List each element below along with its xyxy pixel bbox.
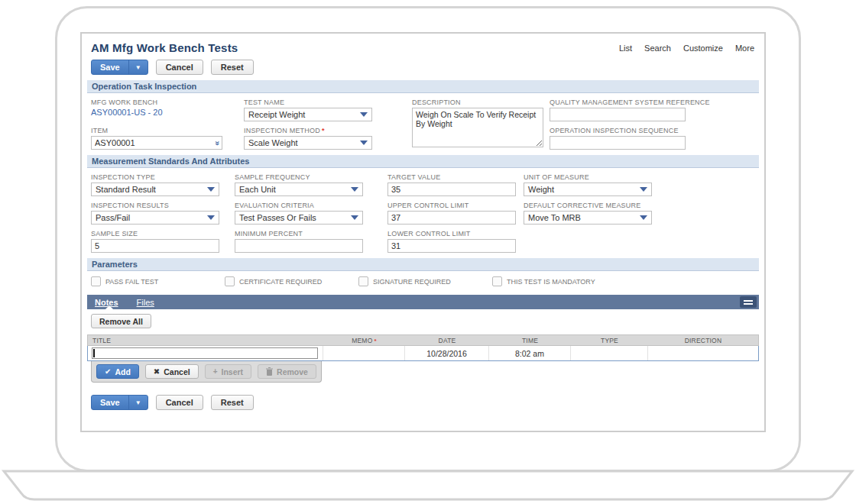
evaluation-criteria-value: Test Passes Or Fails [239, 213, 316, 222]
evaluation-criteria-select[interactable]: Test Passes Or Fails [235, 211, 363, 225]
inspection-type-value: Standard Result [96, 185, 156, 194]
sample-frequency-select[interactable]: Each Unit [235, 183, 363, 196]
field-qms-reference: QUALITY MANAGEMENT SYSTEM REFERENCE [550, 93, 759, 121]
laptop-mockup: AM Mfg Work Bench Tests List Search Cust… [0, 0, 856, 504]
checkbox-icon[interactable] [358, 276, 368, 286]
field-inspection-results: INSPECTION RESULTS Pass/Fail [91, 196, 235, 225]
list-view-toggle-icon[interactable] [740, 296, 757, 308]
check-icon: ✔ [105, 367, 111, 376]
field-default-corrective-measure: DEFAULT CORRECTIVE MEASURE Move To MRB [524, 196, 759, 225]
column-header-direction: DIRECTION [648, 337, 758, 344]
inspection-method-select[interactable]: Scale Weight [244, 136, 372, 150]
checkbox-signature-required[interactable]: SIGNATURE REQUIRED [358, 276, 492, 286]
qms-reference-input[interactable] [550, 108, 686, 121]
nav-link-list[interactable]: List [619, 44, 632, 53]
cell-date[interactable]: 10/28/2016 [405, 346, 489, 360]
operation-inspection-sequence-input[interactable] [550, 136, 686, 150]
trash-icon [266, 367, 273, 376]
default-corrective-measure-select[interactable]: Move To MRB [524, 211, 652, 225]
checkbox-pass-fail-test[interactable]: PASS FAIL TEST [91, 276, 225, 286]
nav-link-customize[interactable]: Customize [683, 44, 723, 53]
field-mfg-work-bench: MFG WORK BENCH ASY00001-US - 20 [91, 93, 244, 121]
item-label: ITEM [91, 127, 244, 134]
upper-control-limit-label: UPPER CONTROL LIMIT [387, 202, 524, 209]
subtab-bar: Notes Files [87, 295, 759, 309]
save-button-label[interactable]: Save [92, 60, 128, 74]
minimum-percent-input[interactable] [235, 239, 363, 253]
lower-control-limit-input[interactable] [387, 239, 516, 253]
cancel-line-button[interactable]: ✖ Cancel [145, 364, 199, 379]
chevron-down-icon [640, 187, 647, 192]
item-input[interactable] [91, 136, 222, 150]
inspection-results-select[interactable]: Pass/Fail [91, 211, 219, 225]
chevron-down-icon [207, 215, 215, 220]
target-value-input[interactable] [387, 183, 516, 196]
inspection-type-select[interactable]: Standard Result [91, 183, 219, 196]
row-edit-button-strip: ✔ Add ✖ Cancel + Insert Remove [91, 361, 322, 383]
parameters-checkbox-row: PASS FAIL TEST CERTIFICATE REQUIRED SIGN… [87, 271, 759, 291]
save-dropdown-arrow-icon[interactable]: ▼ [128, 396, 148, 409]
notes-table-header: TITLE MEMO* DATE TIME TYPE DIRECTION [87, 334, 759, 346]
text-caret [93, 349, 95, 357]
note-title-input[interactable] [92, 347, 318, 359]
remove-all-button[interactable]: Remove All [91, 314, 151, 328]
field-test-name: TEST NAME Receipt Weight [244, 93, 412, 121]
save-button-label[interactable]: Save [92, 396, 128, 409]
required-asterisk: * [322, 127, 325, 134]
upper-control-limit-input[interactable] [387, 211, 516, 225]
target-value-label: TARGET VALUE [387, 173, 524, 181]
nav-link-more[interactable]: More [735, 44, 754, 53]
laptop-base [0, 470, 856, 504]
qms-reference-label: QUALITY MANAGEMENT SYSTEM REFERENCE [550, 99, 759, 106]
cell-memo[interactable] [323, 346, 405, 360]
item-expand-double-chevron-icon[interactable]: » [212, 141, 222, 144]
checkbox-icon[interactable] [91, 276, 101, 286]
section-header-parameters: Parameters [87, 258, 759, 271]
remove-line-button-label: Remove [277, 367, 308, 376]
checkbox-icon[interactable] [492, 276, 502, 286]
section-header-measurement-standards: Measurement Standards And Attributes [87, 155, 759, 168]
checkbox-label: CERTIFICATE REQUIRED [239, 278, 322, 286]
chevron-down-icon [351, 215, 358, 220]
tab-notes[interactable]: Notes [95, 295, 126, 309]
checkbox-icon[interactable] [225, 276, 235, 286]
page-title: AM Mfg Work Bench Tests [91, 41, 238, 54]
nav-link-search[interactable]: Search [644, 44, 671, 53]
cancel-button[interactable]: Cancel [156, 60, 203, 75]
unit-of-measure-value: Weight [528, 185, 554, 194]
reset-button-bottom[interactable]: Reset [211, 395, 254, 410]
save-dropdown-arrow-icon[interactable]: ▼ [128, 60, 148, 74]
sample-size-input[interactable] [91, 239, 219, 253]
field-upper-control-limit: UPPER CONTROL LIMIT [387, 196, 524, 225]
insert-line-button[interactable]: + Insert [205, 364, 251, 379]
cell-direction[interactable] [648, 346, 758, 360]
insert-line-button-label: Insert [221, 367, 243, 376]
test-name-select[interactable]: Receipt Weight [244, 108, 372, 121]
measurement-fields-grid: INSPECTION TYPE Standard Result SAMPLE F… [87, 168, 759, 253]
description-label: DESCRIPTION [412, 99, 550, 106]
tab-files[interactable]: Files [137, 295, 162, 309]
mfg-work-bench-link[interactable]: ASY00001-US - 20 [91, 108, 163, 117]
save-button[interactable]: Save ▼ [91, 60, 148, 75]
description-textarea[interactable]: Weigh On Scale To Verify Receipt By Weig… [412, 108, 543, 147]
checkbox-this-test-is-mandatory[interactable]: THIS TEST IS MANDATORY [492, 276, 759, 286]
cell-type[interactable] [571, 346, 648, 360]
unit-of-measure-label: UNIT OF MEASURE [524, 173, 759, 181]
checkbox-certificate-required[interactable]: CERTIFICATE REQUIRED [225, 276, 358, 286]
x-icon: ✖ [154, 367, 160, 376]
inspection-results-value: Pass/Fail [96, 213, 130, 222]
sample-frequency-value: Each Unit [239, 185, 276, 194]
add-line-button[interactable]: ✔ Add [96, 364, 139, 379]
reset-button[interactable]: Reset [211, 60, 254, 75]
save-button-bottom[interactable]: Save ▼ [91, 395, 148, 410]
default-corrective-measure-value: Move To MRB [528, 213, 581, 222]
plus-icon: + [213, 367, 218, 376]
field-target-value: TARGET VALUE [387, 168, 524, 196]
cell-time[interactable]: 8:02 am [489, 346, 571, 360]
remove-line-button[interactable]: Remove [258, 364, 316, 379]
inspection-method-value: Scale Weight [248, 138, 298, 147]
unit-of-measure-select[interactable]: Weight [524, 183, 652, 196]
checkbox-label: SIGNATURE REQUIRED [373, 278, 451, 286]
cancel-button-bottom[interactable]: Cancel [156, 395, 203, 410]
notes-table: TITLE MEMO* DATE TIME TYPE DIRECTION 10/… [87, 334, 759, 361]
